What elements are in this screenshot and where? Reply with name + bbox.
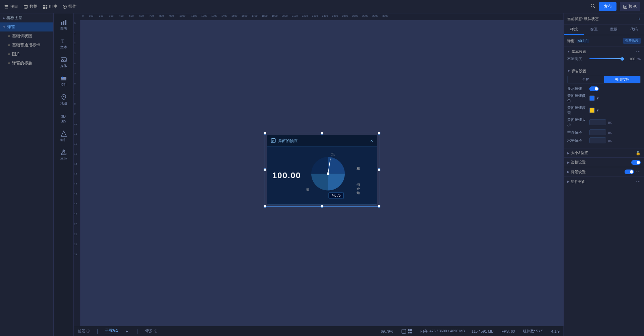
- version-info: 4.1.9: [551, 329, 559, 333]
- lock-icon[interactable]: 🔒: [636, 151, 641, 155]
- tab-background[interactable]: 背景 ⓘ: [145, 329, 157, 334]
- cover-more[interactable]: ⋯: [636, 179, 641, 184]
- handle-tm[interactable]: [321, 132, 323, 134]
- modal-header-left: 弹窗的预置: [271, 138, 298, 143]
- svg-rect-23: [61, 79, 66, 80]
- right-tabs: 样式 交互 数据 代码: [564, 24, 644, 35]
- close-highlight-arrow[interactable]: ▼: [596, 109, 599, 112]
- size-position-toggle[interactable]: ▶ 大小&位置 🔒: [564, 148, 644, 157]
- version-badge: v0.1.0: [577, 39, 589, 43]
- layer-item-image[interactable]: 图片: [0, 50, 53, 59]
- chart-sidebar-btn[interactable]: 图表: [55, 16, 72, 33]
- svg-rect-13: [625, 6, 626, 7]
- media-sidebar-btn[interactable]: 媒体: [55, 54, 72, 71]
- modal-settings-more[interactable]: ⋯: [636, 68, 641, 74]
- tab-global[interactable]: 全局: [568, 76, 604, 83]
- preview-button[interactable]: 预览: [620, 2, 640, 11]
- tab-code[interactable]: 代码: [624, 24, 644, 35]
- map-sidebar-btn[interactable]: 地图: [55, 91, 72, 109]
- zoom-level: 69.79%: [381, 329, 393, 333]
- svg-rect-19: [61, 58, 66, 62]
- ruler-vertical: 0 1 2 3 4 5 6 7 8 9 10 11 12 13 14 15 16…: [74, 20, 80, 326]
- canvas-bg[interactable]: 弹窗的预置 × 100.00 策 粗 数: [80, 20, 564, 326]
- view-icon-1[interactable]: [401, 329, 406, 334]
- opacity-slider[interactable]: [589, 58, 624, 59]
- basic-settings-section: ▼ 基本设置 ⋯ 不透明度 100 %: [564, 47, 644, 66]
- right-panel: 当前状态: 默认状态 + 样式 交互 数据 代码 弹窗 v0.1.0 查看教程: [564, 13, 644, 336]
- control-sidebar-btn[interactable]: 控件: [55, 72, 72, 90]
- tab-style[interactable]: 样式: [564, 24, 584, 35]
- border-toggle[interactable]: [631, 160, 641, 165]
- bg-settings-toggle[interactable]: ▶ 背景设置 ⋯: [564, 167, 644, 177]
- tab-data[interactable]: 数据: [604, 24, 624, 35]
- basic-settings-toggle[interactable]: ▼ 基本设置 ⋯: [564, 47, 644, 56]
- component-sidebar-btn[interactable]: 套件: [55, 128, 72, 145]
- tutorial-link[interactable]: 查看教程: [623, 38, 641, 44]
- text-sidebar-btn[interactable]: T 文本: [55, 35, 72, 52]
- close-highlight-swatch[interactable]: [589, 108, 595, 113]
- h-offset-row: 水平偏移 12 px: [567, 137, 641, 143]
- tab-subboard1[interactable]: 子看板1: [105, 328, 118, 334]
- size-position-section: ▶ 大小&位置 🔒: [564, 148, 644, 158]
- modal-settings-toggle[interactable]: ▼ 弹窗设置 ⋯: [564, 66, 644, 76]
- close-color-control: ▼: [589, 95, 599, 101]
- menu-project[interactable]: 项目: [4, 4, 18, 9]
- close-color-swatch[interactable]: [589, 95, 595, 101]
- h-offset-input[interactable]: 12: [589, 137, 606, 143]
- svg-rect-4: [43, 4, 45, 6]
- publish-button[interactable]: 发布: [599, 2, 616, 11]
- modal-value: 100.00: [272, 171, 301, 180]
- 3d-sidebar-btn[interactable]: 3D 3D: [55, 110, 72, 126]
- handle-bl[interactable]: [264, 205, 266, 207]
- svg-point-24: [62, 77, 63, 78]
- svg-rect-32: [272, 141, 273, 142]
- basic-settings-more[interactable]: ⋯: [636, 49, 641, 54]
- handle-bm[interactable]: [321, 205, 323, 207]
- svg-rect-21: [61, 77, 66, 78]
- handle-tr[interactable]: [378, 132, 380, 134]
- layer-item-title[interactable]: 弹窗的标题: [0, 59, 53, 68]
- top-bar-right: 发布 预览: [590, 2, 640, 11]
- svg-rect-30: [272, 140, 275, 140]
- menu-component[interactable]: 组件: [43, 4, 57, 9]
- svg-rect-31: [272, 141, 274, 141]
- add-state-button[interactable]: +: [638, 16, 641, 21]
- search-button[interactable]: [590, 3, 596, 10]
- tab-foreground[interactable]: 前景 ⓘ: [78, 329, 90, 334]
- tab-interact[interactable]: 交互: [584, 24, 604, 35]
- component-cover-toggle[interactable]: ▶ 组件封面 ⋯: [564, 177, 644, 186]
- bg-settings-section: ▶ 背景设置 ⋯: [564, 167, 644, 177]
- handle-ml[interactable]: [264, 168, 266, 171]
- h-offset-label: 水平偏移: [567, 138, 587, 143]
- show-btn-row: 显示按钮: [567, 86, 641, 91]
- close-highlight-control: ▼: [589, 108, 599, 113]
- border-settings-toggle[interactable]: ▶ 边框设置: [564, 158, 644, 167]
- bg-more[interactable]: ⋯: [636, 169, 641, 175]
- tab-close-btn[interactable]: 关闭按钮: [604, 76, 641, 83]
- handle-tl[interactable]: [264, 132, 266, 134]
- svg-rect-28: [61, 153, 66, 155]
- chart-label-right-bottom: 细金铂: [357, 183, 360, 195]
- chart-label-right-top: 粗: [357, 166, 360, 171]
- menu-operation[interactable]: 操作: [62, 4, 76, 9]
- view-icon-2[interactable]: [408, 329, 412, 334]
- svg-rect-35: [401, 329, 406, 333]
- layer-group-dashboard[interactable]: ▶ 看板图层: [0, 13, 53, 22]
- v-offset-input[interactable]: 20: [589, 129, 606, 135]
- layer-item-popup[interactable]: ▼ 弹窗: [0, 22, 53, 31]
- svg-rect-5: [46, 4, 47, 6]
- handle-mr[interactable]: [378, 168, 380, 171]
- layer-item-pie[interactable]: 基础饼状图: [0, 31, 53, 41]
- modal-header: 弹窗的预置 ×: [267, 135, 377, 146]
- menu-data[interactable]: 数据: [23, 4, 38, 9]
- local-sidebar-btn[interactable]: 本地: [55, 146, 72, 164]
- show-btn-toggle[interactable]: [589, 86, 599, 91]
- add-tab-button[interactable]: +: [125, 329, 128, 334]
- bg-toggle[interactable]: [625, 170, 634, 174]
- close-size-input[interactable]: 20: [589, 119, 606, 125]
- handle-br[interactable]: [378, 205, 380, 207]
- modal-close-button[interactable]: ×: [370, 138, 373, 143]
- close-color-arrow[interactable]: ▼: [596, 96, 599, 100]
- layer-item-tab[interactable]: 基础普通指标卡: [0, 41, 53, 50]
- top-bar-left: 项目 数据 组件 操作: [4, 4, 76, 9]
